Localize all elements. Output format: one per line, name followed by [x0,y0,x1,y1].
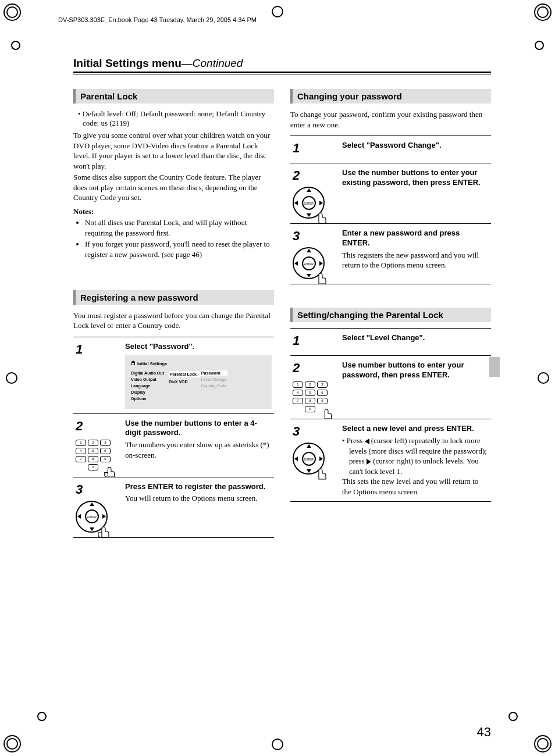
table-row: 3 ENTER Press ENTER to register the pass… [73,477,274,537]
numpad-key: 4 [76,448,86,454]
cursor-right-icon [367,459,371,465]
page: DV-SP303.303E_En.book Page 43 Tuesday, M… [0,0,555,756]
cp-step-1-instruction: Select "Password Change". [342,141,489,151]
step-number-2: 2 [76,419,120,434]
note-item-2: If you forget your password, you'll need… [85,239,274,259]
osd-col-2: Parental Lock DivX VOD [169,371,197,401]
step-number-1: 1 [76,342,120,357]
numpad-key: 5 [88,448,98,454]
step-number-2: 2 [293,361,337,376]
section-heading-change-password: Changing your password [290,89,491,104]
osd-item: Digital Audio Out [131,371,164,375]
hand-pointer-icon [96,521,113,539]
osd-item-dim: Level Change [201,377,226,381]
cp-step-3-body: This registers the new password and you … [342,251,479,270]
step-2-instruction: Use the number buttons to enter a 4-digi… [125,419,272,438]
cropmark-icon [538,372,549,384]
cropmark-icon [534,3,552,21]
hand-pointer-icon [319,404,336,420]
step-number-1: 1 [293,141,337,156]
step-2-body: The numbers you enter show up as asteris… [125,440,269,459]
hand-pointer-icon [102,462,119,478]
page-title-row: Initial Settings menu—Continued [73,57,491,73]
osd-item-selected: Parental Lock [169,371,200,377]
cropmark-icon [37,712,47,721]
pl-step-3-instruction: Select a new level and press ENTER. [342,424,489,434]
change-password-steps-table: 1 Select "Password Change". 2 ENTER Use … [290,135,491,284]
cp-step-2-instruction: Use the number buttons to enter your exi… [342,168,489,188]
step-number-3: 3 [293,229,337,244]
osd-item: DivX VOD [169,380,197,384]
note-item-1: Not all discs use Parental Lock, and wil… [85,217,274,238]
table-row: 1 Select "Level Change". [290,329,491,356]
page-title-text: Initial Settings menu [73,57,182,69]
cropmark-icon [3,735,21,753]
osd-item-dim: Country Code [201,384,226,388]
enter-dial-illustration: ENTER [293,247,325,279]
table-row: 3 ENTER Select a new level and press ENT… [290,419,491,502]
set-parental-lock-steps-table: 1 Select "Level Change". 2 123 456 789 0 [290,328,491,502]
register-password-intro: You must register a password before you … [73,311,274,331]
osd-col-1: Digital Audio Out Video Output Language … [131,371,164,401]
change-password-intro: To change your password, confirm your ex… [290,109,491,130]
osd-item-highlighted: Password [200,370,227,376]
default-settings-bullet: • Default level: Off; Default password: … [78,109,274,128]
numpad-key: 1 [76,440,86,446]
numpad-key: 7 [293,398,303,404]
osd-title-text: Initial Settings [137,361,167,366]
numpad-key: 2 [88,440,98,446]
cropmark-icon [11,41,20,50]
step-number-3: 3 [76,482,120,497]
osd-title: Initial Settings [131,361,266,366]
numpad-key: 5 [305,390,315,396]
step-number-2: 2 [293,168,337,183]
doc-meta-header: DV-SP303.303E_En.book Page 43 Tuesday, M… [58,16,257,23]
hand-pointer-icon [313,463,330,480]
table-row: 2 123 456 789 0 Use the number [73,413,274,477]
notes-list: Not all discs use Parental Lock, and wil… [85,217,274,259]
osd-item: Language [131,384,164,388]
two-column-layout: Parental Lock • Default level: Off; Defa… [73,89,491,538]
numpad-key: 1 [293,381,303,388]
numpad-key: 0 [88,464,98,470]
table-row: 1 Select "Password Change". [290,136,491,163]
table-row: 3 ENTER Enter a new password and press E… [290,224,491,284]
step-3-instruction: Press ENTER to register the password. [125,482,272,492]
parental-lock-paragraph-1: To give you some control over what your … [73,130,274,171]
numpad-key: 6 [100,448,111,454]
pl-step-3-bullet: • Press (cursor left) repeatedly to lock… [349,436,489,476]
register-password-steps-table: 1 Select "Password". Initial Settings Di… [73,337,274,538]
osd-item: Display [131,390,164,394]
osd-col-3: Password Level Change Country Code [201,371,226,401]
enter-dial-illustration: ENTER [76,501,108,533]
page-number: 43 [477,725,491,740]
title-underline [73,74,491,74]
numpad-key: 0 [305,406,315,412]
cropmark-icon [272,739,283,750]
numpad-key: 6 [317,390,328,396]
osd-initial-settings: Initial Settings Digital Audio Out Video… [125,355,272,409]
cropmark-icon [534,735,552,753]
hand-pointer-icon [313,207,330,224]
parental-lock-paragraph-2: Some discs also support the Country Code… [73,172,274,203]
table-row: 2 ENTER Use the number buttons to enter … [290,163,491,224]
section-heading-register-password: Registering a new password [73,290,274,305]
cropmark-icon [6,372,17,384]
enter-dial-illustration: ENTER [293,443,325,475]
numpad-key: 8 [88,456,98,462]
table-row: 1 Select "Password". Initial Settings Di… [73,337,274,413]
left-column: Parental Lock • Default level: Off; Defa… [73,89,274,538]
step-3-body: You will return to the Options menu scre… [125,494,258,502]
cropmark-icon [3,3,21,21]
cursor-left-icon [365,438,369,444]
section-heading-parental-lock: Parental Lock [73,89,274,104]
numpad-key: 7 [76,456,86,462]
cp-step-3-instruction: Enter a new password and press ENTER. [342,229,489,248]
step-number-3: 3 [293,424,337,439]
numpad-key: 3 [317,381,328,388]
page-tab-marker [489,357,500,377]
right-column: Changing your password To change your pa… [290,89,491,538]
page-title: Initial Settings menu—Continued [73,57,243,69]
osd-item: Video Output [131,377,164,381]
cropmark-icon [272,6,283,17]
